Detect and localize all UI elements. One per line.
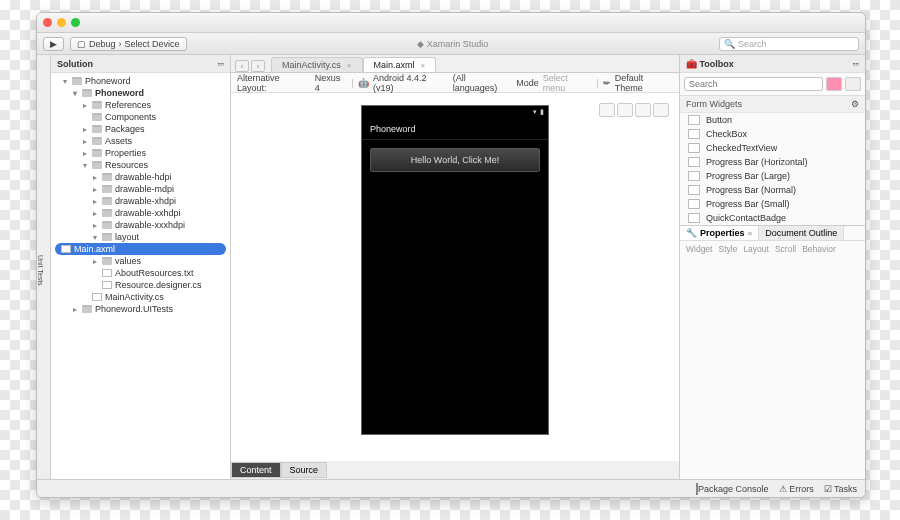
toolbox-search[interactable]	[684, 77, 823, 91]
uitests-project[interactable]: ▸Phoneword.UITests	[51, 303, 230, 315]
error-icon: ⚠	[779, 484, 787, 494]
minimize-icon[interactable]	[57, 18, 66, 27]
project-node[interactable]: ▾Phoneword	[51, 87, 230, 99]
widget-checkedtext[interactable]: CheckedTextView	[680, 141, 865, 155]
alt-layout-label: Alternative Layout:	[237, 73, 311, 93]
drawable-hdpi-node[interactable]: ▸drawable-hdpi	[51, 171, 230, 183]
package-console-button[interactable]: Package Console	[696, 484, 769, 494]
android-icon: 🤖	[358, 78, 369, 88]
widget-icon	[688, 171, 700, 181]
components-node[interactable]: Components	[51, 111, 230, 123]
content-tab[interactable]: Content	[231, 462, 281, 478]
xamarin-icon: ◆	[417, 39, 424, 49]
theme-icon: ✏	[603, 78, 611, 88]
run-button[interactable]: ▶	[43, 37, 64, 51]
actual-size-button[interactable]	[653, 103, 669, 117]
close-icon[interactable]	[43, 18, 52, 27]
zoom-out-button[interactable]	[599, 103, 615, 117]
drawable-xxhdpi-node[interactable]: ▸drawable-xxhdpi	[51, 207, 230, 219]
widget-progress-h[interactable]: Progress Bar (Horizontal)	[680, 155, 865, 169]
ide-window: ▶ ▢ Debug › Select Device ◆ Xamarin Stud…	[36, 12, 866, 498]
solution-root[interactable]: ▾Phoneword	[51, 75, 230, 87]
gear-icon[interactable]: ⚙	[851, 99, 859, 109]
properties-subtabs: Widget Style Layout Scroll Behavior	[680, 241, 865, 257]
references-node[interactable]: ▸References	[51, 99, 230, 111]
main-axml-file[interactable]: Main.axml	[55, 243, 226, 255]
traffic-lights	[43, 18, 80, 27]
folder-icon	[92, 101, 102, 109]
properties-node[interactable]: ▸Properties	[51, 147, 230, 159]
global-search[interactable]: 🔍Search	[719, 37, 859, 51]
nav-fwd-button[interactable]: ›	[251, 60, 265, 72]
zoom-icon[interactable]	[71, 18, 80, 27]
widget-quickcontact[interactable]: QuickContactBadge	[680, 211, 865, 225]
properties-tab[interactable]: 🔧Properties×	[680, 226, 759, 240]
side-rail[interactable]: Unit Tests	[37, 55, 51, 479]
resources-node[interactable]: ▾Resources	[51, 159, 230, 171]
drawable-xxxhdpi-node[interactable]: ▸drawable-xxxhdpi	[51, 219, 230, 231]
tab-main-axml[interactable]: Main.axml×	[363, 57, 437, 72]
fit-button[interactable]	[635, 103, 651, 117]
folder-icon	[102, 233, 112, 241]
zoom-in-button[interactable]	[617, 103, 633, 117]
config-selector[interactable]: ▢ Debug › Select Device	[70, 37, 187, 51]
nav-back-button[interactable]: ‹	[235, 60, 249, 72]
about-resources-file[interactable]: AboutResources.txt	[51, 267, 230, 279]
hello-button[interactable]: Hello World, Click Me!	[370, 148, 540, 172]
widget-icon	[688, 115, 700, 125]
drawable-mdpi-node[interactable]: ▸drawable-mdpi	[51, 183, 230, 195]
battery-icon: ▮	[540, 108, 544, 116]
editor-area: ‹ › MainActivity.cs× Main.axml× Alternat…	[231, 55, 679, 479]
widget-progress-s[interactable]: Progress Bar (Small)	[680, 197, 865, 211]
folder-icon	[102, 173, 112, 181]
close-icon[interactable]: ×	[347, 61, 352, 70]
document-outline-tab[interactable]: Document Outline	[759, 226, 844, 240]
widget-checkbox[interactable]: CheckBox	[680, 127, 865, 141]
api-selector[interactable]: Android 4.4.2 (v19)	[373, 73, 449, 93]
device-selector[interactable]: Nexus 4	[315, 73, 348, 93]
sub-behavior[interactable]: Behavior	[802, 244, 836, 254]
main-activity-file[interactable]: MainActivity.cs	[51, 291, 230, 303]
close-icon[interactable]: ×	[421, 61, 426, 70]
toolbox-view-b[interactable]	[845, 77, 861, 91]
tasks-button[interactable]: ☑ Tasks	[824, 484, 857, 494]
resource-designer-file[interactable]: Resource.designer.cs	[51, 279, 230, 291]
menu-selector[interactable]: Select menu	[543, 73, 593, 93]
toolbox-search-row	[680, 73, 865, 96]
drawable-xhdpi-node[interactable]: ▸drawable-xhdpi	[51, 195, 230, 207]
wifi-icon: ▾	[533, 108, 537, 116]
panel-opts-icon[interactable]: ▫▫	[218, 59, 224, 69]
tab-mainactivity[interactable]: MainActivity.cs×	[271, 57, 363, 72]
assets-node[interactable]: ▸Assets	[51, 135, 230, 147]
widget-progress-n[interactable]: Progress Bar (Normal)	[680, 183, 865, 197]
folder-icon	[102, 257, 112, 265]
layout-node[interactable]: ▾layout	[51, 231, 230, 243]
values-node[interactable]: ▸values	[51, 255, 230, 267]
toolbox-header: 🧰 Toolbox ▫▫	[680, 55, 865, 73]
tasks-icon: ☑	[824, 484, 832, 494]
lang-selector[interactable]: (All languages)	[453, 73, 512, 93]
folder-icon	[102, 197, 112, 205]
widget-icon	[688, 157, 700, 167]
solution-tree: ▾Phoneword ▾Phoneword ▸References Compon…	[51, 73, 230, 479]
sub-layout[interactable]: Layout	[743, 244, 769, 254]
errors-button[interactable]: ⚠ Errors	[779, 484, 814, 494]
designer-canvas[interactable]: ▾▮ Phoneword Hello World, Click Me!	[231, 93, 679, 461]
toolbox-view-a[interactable]	[826, 77, 842, 91]
widget-button[interactable]: Button	[680, 113, 865, 127]
solution-title: Solution	[57, 59, 93, 69]
designer-context-bar: Alternative Layout: Nexus 4 | 🤖 Android …	[231, 73, 679, 93]
widget-progress-l[interactable]: Progress Bar (Large)	[680, 169, 865, 183]
sub-widget[interactable]: Widget	[686, 244, 712, 254]
toolbox-group[interactable]: Form Widgets⚙	[680, 96, 865, 113]
file-icon	[102, 269, 112, 277]
panel-opts-icon[interactable]: ▫▫	[853, 59, 859, 69]
source-tab[interactable]: Source	[281, 462, 328, 478]
config-label: Debug	[89, 39, 116, 49]
close-icon[interactable]: ×	[748, 229, 753, 238]
theme-selector[interactable]: Default Theme	[615, 73, 673, 93]
sub-scroll[interactable]: Scroll	[775, 244, 796, 254]
solution-panel: Solution ▫▫ ▾Phoneword ▾Phoneword ▸Refer…	[51, 55, 231, 479]
packages-node[interactable]: ▸Packages	[51, 123, 230, 135]
sub-style[interactable]: Style	[718, 244, 737, 254]
